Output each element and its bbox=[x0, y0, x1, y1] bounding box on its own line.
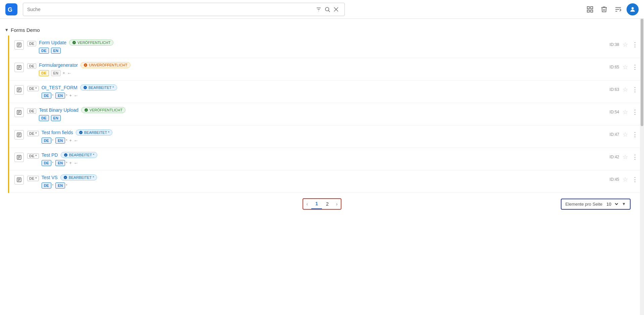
form-item-right: ID:63 ☆ ⋮ bbox=[609, 85, 639, 94]
star-button[interactable]: ☆ bbox=[622, 130, 629, 139]
form-id: ID:54 bbox=[609, 110, 619, 114]
form-title-link[interactable]: Test VS bbox=[42, 175, 58, 180]
form-title-link[interactable]: Formulargenerator bbox=[39, 62, 78, 68]
form-title-row: Formulargenerator UNVERÖFFENTLICHT bbox=[39, 62, 609, 68]
table-row: DE * Test PD BEARBEITET * DE * EN * + ← bbox=[9, 148, 644, 170]
form-item-right: ID:45 ☆ ⋮ bbox=[609, 174, 639, 184]
lang-add-button[interactable]: + bbox=[69, 93, 72, 98]
form-title-link[interactable]: Test Binary Upload bbox=[39, 107, 78, 113]
lang-tag-en[interactable]: EN bbox=[55, 182, 65, 189]
lang-tag-de[interactable]: DE bbox=[42, 93, 51, 99]
lang-tag-en[interactable]: EN bbox=[51, 115, 61, 121]
svg-point-38 bbox=[85, 108, 88, 112]
form-langs-row: DE * EN * + ← bbox=[42, 138, 610, 144]
form-title-row: Test VS BEARBEITET * bbox=[42, 174, 610, 180]
form-title-link[interactable]: Form Update bbox=[39, 40, 66, 45]
form-langs-row: DE * EN * + ← bbox=[42, 160, 610, 166]
lang-tag-en[interactable]: EN bbox=[55, 138, 65, 144]
status-badge: VERÖFFENTLICHT bbox=[69, 40, 113, 46]
next-page-button[interactable]: › bbox=[333, 199, 341, 209]
star-button[interactable]: ☆ bbox=[622, 85, 629, 94]
lang-tag-de[interactable]: DE bbox=[42, 182, 51, 189]
lang-tag-de[interactable]: DE bbox=[39, 48, 49, 54]
per-page-select[interactable]: 10 20 50 100 bbox=[605, 201, 619, 207]
lang-arrow: ← bbox=[74, 138, 78, 143]
delete-icon[interactable] bbox=[598, 4, 610, 15]
more-options-button[interactable]: ⋮ bbox=[631, 108, 639, 116]
sort-icon[interactable] bbox=[612, 4, 624, 15]
logo[interactable]: G bbox=[5, 3, 17, 15]
lang-badge: DE * bbox=[27, 86, 39, 91]
lang-tag-en[interactable]: EN bbox=[51, 70, 61, 76]
lang-tag-de[interactable]: DE bbox=[39, 115, 49, 121]
form-item-right: ID:54 ☆ ⋮ bbox=[609, 107, 639, 116]
header: G bbox=[0, 0, 644, 19]
form-item-right: ID:42 ☆ ⋮ bbox=[609, 152, 639, 161]
table-row: DE Test Binary Upload VERÖFFENTLICHT DE … bbox=[9, 103, 644, 125]
status-badge: VERÖFFENTLICHT bbox=[81, 107, 125, 113]
form-title-row: Test Binary Upload VERÖFFENTLICHT bbox=[39, 107, 609, 113]
svg-point-5 bbox=[325, 7, 329, 11]
svg-point-48 bbox=[64, 153, 67, 157]
svg-point-53 bbox=[64, 176, 67, 179]
scrollbar-thumb[interactable] bbox=[641, 19, 643, 126]
lang-add-button[interactable]: + bbox=[63, 71, 65, 75]
folder-chevron: ▾ bbox=[5, 27, 8, 33]
lang-arrow: ← bbox=[67, 70, 72, 76]
form-title-link[interactable]: Test PD bbox=[42, 152, 58, 158]
more-options-button[interactable]: ⋮ bbox=[631, 153, 639, 161]
more-options-button[interactable]: ⋮ bbox=[631, 175, 639, 184]
more-options-button[interactable]: ⋮ bbox=[631, 40, 639, 49]
lang-tag-en[interactable]: EN bbox=[55, 160, 65, 166]
avatar[interactable] bbox=[627, 3, 639, 15]
table-row: DE Form Update VERÖFFENTLICHT DE EN ID:3… bbox=[9, 36, 644, 58]
star-button[interactable]: ☆ bbox=[622, 175, 629, 184]
lang-badge: DE bbox=[27, 63, 36, 69]
per-page-control: Elemente pro Seite 10 20 50 100 ▼ bbox=[561, 199, 631, 210]
form-title-link[interactable]: Test form fields bbox=[42, 130, 73, 135]
form-type-icon bbox=[14, 130, 24, 140]
more-options-button[interactable]: ⋮ bbox=[631, 63, 639, 71]
form-title-link[interactable]: OI_TEST_FORM bbox=[42, 85, 77, 90]
main-content: ▾ Forms Demo DE Form Update VERÖFFENTLIC… bbox=[0, 19, 644, 315]
prev-page-button[interactable]: ‹ bbox=[303, 199, 312, 209]
form-id: ID:65 bbox=[609, 65, 619, 69]
page-2-button[interactable]: 2 bbox=[322, 199, 333, 209]
lang-tag-de[interactable]: DE bbox=[39, 70, 49, 76]
form-id: ID:42 bbox=[609, 155, 619, 159]
more-options-button[interactable]: ⋮ bbox=[631, 85, 639, 94]
lang-add-button[interactable]: + bbox=[69, 161, 72, 165]
form-type-icon bbox=[14, 85, 24, 95]
search-bar bbox=[23, 3, 345, 16]
lang-tag-de[interactable]: DE bbox=[42, 160, 51, 166]
form-type-icon bbox=[14, 63, 24, 72]
search-icon[interactable] bbox=[323, 5, 332, 14]
lang-badge: DE * bbox=[27, 176, 39, 181]
search-input[interactable] bbox=[27, 7, 314, 12]
svg-text:G: G bbox=[8, 6, 12, 13]
lang-add-button[interactable]: + bbox=[69, 138, 72, 143]
table-row: DE * Test VS BEARBEITET * DE * EN * ID bbox=[9, 170, 644, 193]
page-1-button[interactable]: 1 bbox=[311, 199, 322, 209]
chevron-down-icon: ▼ bbox=[622, 202, 626, 206]
more-options-button[interactable]: ⋮ bbox=[631, 130, 639, 139]
form-type-icon bbox=[14, 108, 24, 117]
star-button[interactable]: ☆ bbox=[622, 153, 629, 161]
status-badge: BEARBEITET * bbox=[80, 85, 117, 91]
folder-header[interactable]: ▾ Forms Demo bbox=[0, 24, 644, 36]
star-button[interactable]: ☆ bbox=[622, 63, 629, 71]
form-list: DE Form Update VERÖFFENTLICHT DE EN ID:3… bbox=[8, 36, 644, 193]
form-title-row: Form Update VERÖFFENTLICHT bbox=[39, 40, 609, 46]
form-id: ID:38 bbox=[609, 42, 619, 47]
star-button[interactable]: ☆ bbox=[622, 108, 629, 116]
svg-rect-9 bbox=[587, 6, 589, 8]
close-icon[interactable] bbox=[332, 5, 340, 14]
lang-tag-en[interactable]: EN bbox=[51, 48, 61, 54]
grid-view-icon[interactable] bbox=[584, 4, 596, 15]
scrollbar-track bbox=[640, 19, 644, 315]
form-title-row: Test form fields BEARBEITET * bbox=[42, 129, 610, 136]
lang-tag-en[interactable]: EN bbox=[55, 93, 65, 99]
lang-tag-de[interactable]: DE bbox=[42, 138, 51, 144]
star-button[interactable]: ☆ bbox=[622, 40, 629, 49]
filter-icon[interactable] bbox=[314, 5, 323, 14]
